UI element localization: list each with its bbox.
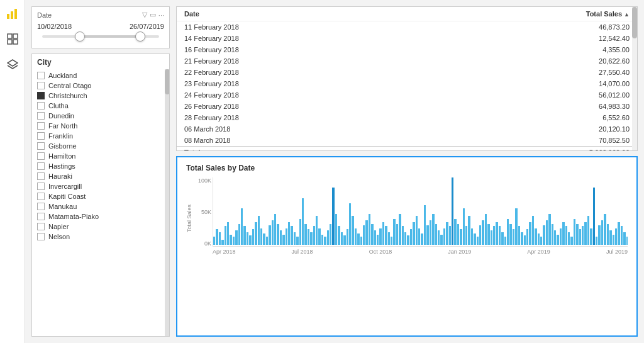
bar: [272, 220, 274, 245]
list-item[interactable]: Franklin: [37, 131, 164, 141]
date-slider-track[interactable]: [42, 35, 159, 38]
bar: [615, 228, 617, 245]
bar: [324, 237, 326, 245]
slider-thumb-left[interactable]: [75, 31, 85, 42]
more-icon[interactable]: ···: [158, 11, 164, 19]
city-checkbox[interactable]: [37, 152, 45, 160]
list-item[interactable]: Manukau: [37, 201, 164, 211]
bar: [377, 235, 379, 245]
table-scrollbar-thumb[interactable]: [632, 7, 637, 38]
sales-cell: 14,070.00: [427, 78, 637, 89]
city-scrollbar-thumb[interactable]: [165, 69, 170, 94]
list-item[interactable]: Far North: [37, 121, 164, 131]
city-label: Franklin: [48, 132, 73, 140]
bar: [424, 205, 426, 245]
bar: [463, 208, 465, 245]
city-checkbox[interactable]: [37, 213, 45, 220]
city-checkbox[interactable]: [37, 172, 45, 180]
list-item[interactable]: Hastings: [37, 161, 164, 171]
bar: [263, 233, 265, 245]
city-checkbox[interactable]: [37, 112, 45, 120]
bar: [554, 230, 556, 245]
grid-icon[interactable]: [5, 31, 20, 47]
city-checkbox[interactable]: [37, 203, 45, 210]
list-item[interactable]: Matamata-Piako: [37, 211, 164, 222]
city-checkbox[interactable]: [37, 72, 45, 79]
city-checkbox[interactable]: [37, 82, 45, 89]
sales-column-header[interactable]: Total Sales ▲: [427, 7, 637, 21]
expand-icon[interactable]: ▭: [150, 11, 156, 19]
city-label: Invercargill: [48, 183, 82, 190]
bar: [482, 220, 484, 245]
city-label: Kapiti Coast: [48, 193, 86, 200]
chart-title: Total Sales by Date: [186, 164, 628, 172]
bar: [562, 222, 564, 245]
bar: [385, 226, 387, 245]
city-checkbox[interactable]: [37, 132, 45, 140]
bar: [496, 222, 497, 245]
x-axis-label: Jan 2019: [448, 249, 471, 255]
bar: [454, 219, 456, 245]
table-row[interactable]: 26 February 201864,983.30: [177, 101, 637, 112]
table-row[interactable]: 23 February 201814,070.00: [177, 78, 637, 89]
city-checkbox[interactable]: [37, 142, 45, 150]
list-item[interactable]: Kapiti Coast: [37, 191, 164, 201]
layers-icon[interactable]: [5, 57, 20, 72]
bar: [560, 228, 562, 245]
table-row[interactable]: 06 March 201820,120.10: [177, 123, 637, 135]
filter-icon[interactable]: ▽: [142, 11, 147, 19]
list-item[interactable]: Central Otago: [37, 81, 164, 91]
bar-chart-icon[interactable]: [5, 6, 20, 21]
svg-rect-2: [14, 9, 17, 19]
city-checkbox[interactable]: [37, 233, 45, 240]
city-checkbox[interactable]: [37, 102, 45, 110]
date-cell: 08 March 2018: [177, 135, 427, 147]
city-checkbox[interactable]: [37, 183, 45, 190]
table-row[interactable]: 28 February 20186,552.60: [177, 112, 637, 123]
table-row[interactable]: 14 February 201812,542.40: [177, 33, 637, 44]
list-item[interactable]: Hauraki: [37, 171, 164, 181]
x-axis-label: Apr 2019: [527, 249, 550, 255]
table-row[interactable]: 08 March 201870,852.50: [177, 135, 637, 147]
bar: [286, 228, 287, 245]
bar: [407, 235, 409, 245]
list-item[interactable]: Dunedin: [37, 111, 164, 121]
bar: [507, 219, 509, 245]
date-cell: 16 February 2018: [177, 44, 427, 55]
bar: [607, 224, 609, 245]
bar: [584, 222, 586, 245]
table-row[interactable]: 11 February 201846,873.20: [177, 21, 637, 33]
list-item[interactable]: Nelson: [37, 232, 164, 242]
sales-cell: 20,622.60: [427, 55, 637, 67]
sales-cell: 4,355.00: [427, 44, 637, 55]
slider-thumb-right[interactable]: [135, 31, 145, 42]
city-label: Manukau: [48, 203, 77, 210]
table-row[interactable]: 24 February 201856,012.00: [177, 89, 637, 101]
list-item[interactable]: Auckland: [37, 70, 164, 81]
table-row[interactable]: 16 February 20184,355.00: [177, 44, 637, 55]
city-checkbox[interactable]: [37, 193, 45, 200]
sales-table: Date Total Sales ▲ 11 February 201846,87…: [177, 7, 637, 151]
list-item[interactable]: Hamilton: [37, 151, 164, 161]
bar: [352, 216, 353, 245]
table-row[interactable]: 21 February 201820,622.60: [177, 55, 637, 67]
city-checkbox[interactable]: [37, 162, 45, 170]
city-scrollbar[interactable]: [165, 69, 169, 336]
city-checkbox[interactable]: [37, 122, 45, 130]
list-item[interactable]: Gisborne: [37, 141, 164, 151]
content-area: Date ▽ ▭ ··· 10/02/2018 26/07/2019: [31, 6, 638, 337]
table-row[interactable]: 22 February 201827,550.40: [177, 67, 637, 78]
list-item[interactable]: Invercargill: [37, 181, 164, 191]
bar: [243, 226, 245, 245]
bar: [249, 235, 251, 245]
bar: [499, 226, 501, 245]
list-item[interactable]: Napier: [37, 222, 164, 232]
date-column-header[interactable]: Date: [177, 7, 427, 21]
list-item[interactable]: Christchurch: [37, 91, 164, 101]
bar: [438, 230, 440, 245]
list-item[interactable]: Clutha: [37, 101, 164, 111]
bar: [294, 232, 296, 245]
table-scrollbar[interactable]: [632, 7, 637, 150]
city-checkbox[interactable]: [37, 223, 45, 230]
city-checkbox[interactable]: [37, 92, 45, 99]
